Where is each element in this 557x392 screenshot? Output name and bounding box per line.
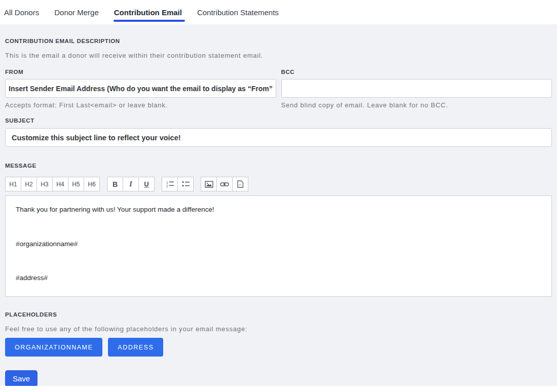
placeholder-buttons: ORGANIZATIONNAME ADDRESS <box>5 338 552 357</box>
insert-image-button[interactable] <box>201 177 217 191</box>
page: All Donors Donor Merge Contribution Emai… <box>0 0 557 392</box>
from-bcc-row: FROM Accepts format: First Last<email> o… <box>5 69 552 109</box>
save-button[interactable]: Save <box>5 370 38 386</box>
ordered-list-icon: 1 2 <box>166 180 174 188</box>
bcc-field-group: BCC Send blind copy of email. Leave blan… <box>281 69 552 109</box>
unordered-list-icon <box>181 180 190 188</box>
svg-text:1: 1 <box>166 181 168 184</box>
footer-strip <box>0 386 557 392</box>
tab-contribution-email[interactable]: Contribution Email <box>114 0 182 24</box>
tab-bar: All Donors Donor Merge Contribution Emai… <box>0 0 557 24</box>
tab-all-donors[interactable]: All Donors <box>4 0 39 24</box>
placeholders-title: PLACEHOLDERS <box>5 311 552 318</box>
message-field-group: MESSAGE H1 H2 H3 H4 H5 H6 B I U <box>5 163 552 297</box>
tab-contribution-statements[interactable]: Contribution Statements <box>197 0 279 24</box>
bcc-helper-text: Send blind copy of email. Leave blank fo… <box>281 101 552 109</box>
contribution-email-panel: CONTRIBUTION EMAIL DESCRIPTION This is t… <box>0 24 557 386</box>
h5-button[interactable]: H5 <box>68 177 84 191</box>
subject-input[interactable] <box>5 128 552 147</box>
editor-toolbar: H1 H2 H3 H4 H5 H6 B I U 1 <box>5 177 552 191</box>
subject-label: SUBJECT <box>5 117 552 124</box>
italic-button[interactable]: I <box>123 177 139 191</box>
subject-field-group: SUBJECT <box>5 117 552 147</box>
underline-button[interactable]: U <box>138 177 155 191</box>
insert-button-group: <> <box>201 177 248 191</box>
section-description: This is the email a donor will receive w… <box>5 52 552 59</box>
from-field-group: FROM Accepts format: First Last<email> o… <box>5 69 276 109</box>
message-label: MESSAGE <box>5 163 552 169</box>
ordered-list-button[interactable]: 1 2 <box>162 177 178 191</box>
h3-button[interactable]: H3 <box>36 177 53 191</box>
from-input[interactable] <box>5 79 276 98</box>
link-icon <box>220 181 229 187</box>
unordered-list-button[interactable] <box>177 177 194 191</box>
section-title: CONTRIBUTION EMAIL DESCRIPTION <box>5 38 552 44</box>
bcc-input[interactable] <box>281 79 552 98</box>
bold-button[interactable]: B <box>107 177 123 191</box>
h4-button[interactable]: H4 <box>52 177 68 191</box>
organizationname-placeholder-button[interactable]: ORGANIZATIONNAME <box>5 338 102 357</box>
bcc-label: BCC <box>281 69 552 75</box>
from-helper-text: Accepts format: First Last<email> or lea… <box>5 101 276 109</box>
list-button-group: 1 2 <box>162 177 194 191</box>
svg-text:2: 2 <box>166 184 168 188</box>
placeholders-section: PLACEHOLDERS Feel free to use any of the… <box>5 311 552 357</box>
format-button-group: B I U <box>107 177 155 191</box>
tab-donor-merge[interactable]: Donor Merge <box>54 0 99 24</box>
h6-button[interactable]: H6 <box>84 177 100 191</box>
insert-code-button[interactable]: <> <box>232 177 248 191</box>
save-row: Save <box>5 370 552 386</box>
placeholders-description: Feel free to use any of the following pl… <box>5 325 552 333</box>
image-icon <box>205 181 213 188</box>
address-placeholder-button[interactable]: ADDRESS <box>108 338 163 357</box>
insert-link-button[interactable] <box>216 177 233 191</box>
heading-button-group: H1 H2 H3 H4 H5 H6 <box>5 177 100 191</box>
svg-text:<>: <> <box>238 183 242 186</box>
h2-button[interactable]: H2 <box>21 177 37 191</box>
code-file-icon: <> <box>237 180 244 188</box>
h1-button[interactable]: H1 <box>5 177 21 191</box>
message-editor[interactable]: Thank you for partnering with us! Your s… <box>5 195 552 297</box>
from-label: FROM <box>5 69 276 75</box>
